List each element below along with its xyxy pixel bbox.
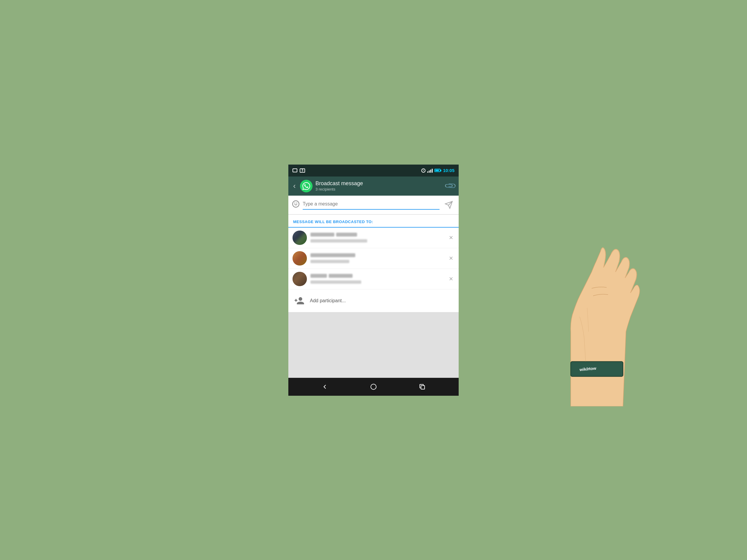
attachment-button[interactable]: 📎 xyxy=(444,179,457,193)
hand-illustration: wikiHow xyxy=(544,212,658,406)
blur-name3a xyxy=(310,274,327,278)
bottom-nav xyxy=(288,378,459,396)
status-bar: 3 10:05 xyxy=(288,165,459,177)
recipients-header: MESSAGE WILL BE BROADCASTED TO: xyxy=(288,215,459,228)
name-line-3 xyxy=(310,274,444,278)
signal-bar-2 xyxy=(429,170,430,172)
recipients-panel: MESSAGE WILL BE BROADCASTED TO: ✕ xyxy=(288,214,459,312)
whatsapp-logo xyxy=(300,180,313,192)
avatar-3 xyxy=(292,272,307,286)
message-input-wrapper xyxy=(303,200,440,210)
battery-tip xyxy=(440,170,441,171)
phone-container: 3 10:05 xyxy=(288,165,459,396)
blur-name-part2 xyxy=(336,233,357,237)
avatar-2 xyxy=(292,251,307,266)
recipient-info-1 xyxy=(310,233,444,242)
header-subtitle: 3 recipients xyxy=(315,187,442,191)
signal-bar-3 xyxy=(430,170,431,172)
blur-subtitle-3 xyxy=(310,281,361,284)
status-bar-left: 3 xyxy=(292,168,305,172)
app-header: ‹ Broadcast message 3 recipients 📎 xyxy=(288,177,459,196)
svg-rect-5 xyxy=(571,362,623,376)
add-participant-label: Add participant... xyxy=(310,298,346,303)
add-participant-row[interactable]: Add participant... xyxy=(288,289,459,312)
svg-point-0 xyxy=(292,201,299,207)
header-text: Broadcast message 3 recipients xyxy=(315,180,442,191)
recipient-info-2 xyxy=(310,253,444,263)
blur-subtitle-2 xyxy=(310,260,349,263)
recipient-row-2: ✕ xyxy=(288,248,459,269)
input-underline xyxy=(303,209,440,210)
recents-front xyxy=(421,385,425,390)
recipients-title: MESSAGE WILL BE BROADCASTED TO: xyxy=(293,219,454,224)
back-button[interactable]: ‹ xyxy=(292,180,297,192)
recents-icon xyxy=(419,384,425,390)
blur-name2 xyxy=(310,253,355,257)
sim-icon: 3 xyxy=(300,168,305,172)
emoji-button[interactable] xyxy=(292,200,300,210)
signal-bars xyxy=(427,168,433,172)
nav-home-button[interactable] xyxy=(366,379,381,394)
battery-fill xyxy=(435,170,439,171)
nav-back-button[interactable] xyxy=(317,379,332,394)
signal-bar-4 xyxy=(432,169,433,172)
recipient-row-3: ✕ xyxy=(288,269,459,289)
blur-subtitle-1 xyxy=(310,239,367,242)
clock-icon xyxy=(421,168,426,172)
remove-recipient-1[interactable]: ✕ xyxy=(447,234,455,242)
remove-recipient-3[interactable]: ✕ xyxy=(447,275,455,283)
remove-recipient-2[interactable]: ✕ xyxy=(447,255,455,262)
battery-body xyxy=(434,169,440,172)
name-line-2 xyxy=(310,253,444,257)
signal-bar-1 xyxy=(427,171,428,172)
blur-name3b xyxy=(329,274,353,278)
message-input-area xyxy=(288,196,459,214)
header-title: Broadcast message xyxy=(315,180,442,187)
status-bar-right: 10:05 xyxy=(421,168,455,173)
blur-name-part1 xyxy=(310,233,334,237)
add-person-icon xyxy=(292,294,306,307)
battery xyxy=(434,169,441,172)
recipient-row-1: ✕ xyxy=(288,228,459,248)
nav-recents-button[interactable] xyxy=(415,379,430,394)
message-input[interactable] xyxy=(303,200,440,208)
avatar-1 xyxy=(292,231,307,245)
name-line-1 xyxy=(310,233,444,237)
image-icon xyxy=(292,168,297,172)
gray-area xyxy=(288,312,459,378)
home-circle xyxy=(370,384,377,390)
status-time: 10:05 xyxy=(443,168,455,173)
send-button[interactable] xyxy=(442,198,455,211)
recipient-info-3 xyxy=(310,274,444,284)
